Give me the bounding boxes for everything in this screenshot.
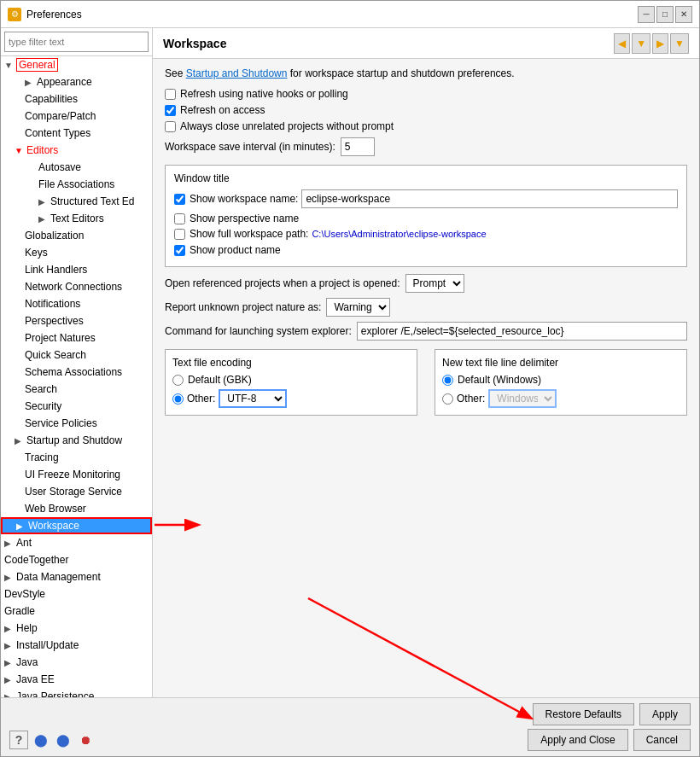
tree-item-ui-freeze[interactable]: UI Freeze Monitoring — [1, 466, 152, 483]
tree-item-data-management[interactable]: ▶ Data Management — [1, 568, 152, 585]
description-text: See Startup and Shutdown for workspace s… — [165, 67, 687, 79]
tree-item-structured-text[interactable]: ▶ Structured Text Ed — [1, 193, 152, 210]
tree-label-editors: Editors — [26, 144, 58, 156]
tree-item-text-editors[interactable]: ▶ Text Editors — [1, 210, 152, 227]
tree-item-editors[interactable]: ▼ Editors — [1, 142, 152, 159]
tree-item-codetogether[interactable]: CodeTogether — [1, 551, 152, 568]
encoding-other-select[interactable]: UTF-8 UTF-16 ISO-8859-1 GBK — [219, 389, 287, 408]
report-unknown-row: Report unknown project nature as: Warnin… — [165, 298, 687, 317]
tree-item-link-handlers[interactable]: Link Handlers — [1, 261, 152, 278]
tree-item-search[interactable]: Search — [1, 381, 152, 398]
tree-item-autosave[interactable]: Autosave — [1, 159, 152, 176]
tree-label-tracing: Tracing — [25, 451, 59, 463]
tree-item-notifications[interactable]: Notifications — [1, 295, 152, 312]
tree-item-install-update[interactable]: ▶ Install/Update — [1, 637, 152, 654]
command-input[interactable] — [357, 322, 687, 341]
tree-label-startup-shutdown: Startup and Shutdow — [26, 434, 122, 446]
tree-item-devstyle[interactable]: DevStyle — [1, 585, 152, 603]
apply-and-close-button[interactable]: Apply and Close — [528, 729, 627, 751]
show-workspace-name-checkbox[interactable] — [174, 194, 185, 205]
tree-label-link-handlers: Link Handlers — [25, 264, 87, 276]
tree-item-help[interactable]: ▶ Help — [1, 620, 152, 637]
tree-item-project-natures[interactable]: Project Natures — [1, 329, 152, 346]
show-product-checkbox[interactable] — [174, 245, 185, 256]
encoding-default-radio[interactable] — [172, 375, 184, 386]
tree-item-appearance[interactable]: ▶ Appearance — [1, 73, 152, 90]
tree-item-file-associations[interactable]: File Associations — [1, 176, 152, 193]
open-referenced-select[interactable]: Prompt Always Never — [405, 274, 464, 293]
tree-item-java-ee[interactable]: ▶ Java EE — [1, 671, 152, 688]
refresh-native-checkbox[interactable] — [165, 89, 176, 100]
tree-label-schema-associations: Schema Associations — [25, 366, 122, 378]
right-body: See Startup and Shutdown for workspace s… — [153, 59, 699, 697]
preferences-window: ⚙ Preferences ─ □ ✕ ▼ General ▶ Appearan… — [0, 0, 700, 757]
always-close-checkbox[interactable] — [165, 121, 176, 132]
report-unknown-select[interactable]: Warning Error Ignore — [326, 298, 390, 317]
refresh-access-checkbox[interactable] — [165, 105, 176, 116]
expand-arrow-startup: ▶ — [15, 436, 25, 445]
delimiter-default-radio[interactable] — [442, 375, 453, 386]
encoding-default-row: Default (GBK) — [172, 374, 410, 386]
tree-item-java[interactable]: ▶ Java — [1, 654, 152, 671]
tree-label-structured-text: Structured Text Ed — [50, 195, 135, 207]
tree-item-ant[interactable]: ▶ Ant — [1, 534, 152, 551]
tree-item-user-storage[interactable]: User Storage Service — [1, 483, 152, 500]
tree-item-perspectives[interactable]: Perspectives — [1, 312, 152, 329]
minimize-button[interactable]: ─ — [638, 6, 655, 23]
back-dropdown-button[interactable]: ▼ — [632, 33, 650, 54]
tree-item-security[interactable]: Security — [1, 398, 152, 415]
workspace-name-input[interactable] — [301, 189, 678, 208]
tree-item-tracing[interactable]: Tracing — [1, 449, 152, 466]
always-close-label: Always close unrelated projects without … — [180, 120, 394, 132]
startup-shutdown-link[interactable]: Startup and Shutdown — [186, 67, 288, 79]
right-panel: Workspace ◀ ▼ ▶ ▼ See Startup and Shutdo… — [153, 28, 699, 697]
tree-item-schema-associations[interactable]: Schema Associations — [1, 364, 152, 381]
show-perspective-checkbox[interactable] — [174, 213, 185, 224]
forward-dropdown-button[interactable]: ▼ — [670, 33, 689, 54]
delimiter-other-radio[interactable] — [442, 393, 453, 405]
show-perspective-label: Show perspective name — [190, 213, 299, 224]
back-button[interactable]: ◀ — [614, 33, 630, 54]
tree-item-general[interactable]: ▼ General — [1, 56, 152, 73]
import-button[interactable]: ⬤ — [32, 731, 50, 749]
cancel-button[interactable]: Cancel — [633, 729, 691, 751]
save-interval-input[interactable] — [341, 137, 375, 156]
tree-item-startup-shutdown[interactable]: ▶ Startup and Shutdow — [1, 432, 152, 449]
close-button[interactable]: ✕ — [675, 6, 692, 23]
delimiter-other-select[interactable]: Windows Unix Mac — [488, 389, 557, 408]
tree-label-perspectives: Perspectives — [25, 315, 84, 327]
tree-item-globalization[interactable]: Globalization — [1, 227, 152, 244]
refresh-native-label: Refresh using native hooks or polling — [180, 88, 348, 100]
filter-input[interactable] — [4, 32, 149, 52]
maximize-button[interactable]: □ — [656, 6, 674, 23]
tree-item-keys[interactable]: Keys — [1, 244, 152, 261]
tree-label-java: Java — [16, 656, 38, 668]
tree-item-compare-patch[interactable]: Compare/Patch — [1, 108, 152, 125]
refresh-access-row: Refresh on access — [165, 104, 687, 116]
save-interval-label: Workspace save interval (in minutes): — [165, 141, 335, 153]
tree-item-web-browser[interactable]: Web Browser — [1, 500, 152, 517]
tree-item-workspace[interactable]: ▶ Workspace — [1, 517, 152, 534]
restore-defaults-button[interactable]: Restore Defaults — [533, 703, 634, 725]
apply-button[interactable]: Apply — [639, 703, 691, 725]
tree-label-workspace: Workspace — [28, 520, 79, 532]
tree-item-network-connections[interactable]: Network Connections — [1, 278, 152, 295]
tree-item-service-policies[interactable]: Service Policies — [1, 415, 152, 432]
tree-item-quick-search[interactable]: Quick Search — [1, 346, 152, 364]
left-panel: ▼ General ▶ Appearance Capabilities Comp… — [1, 28, 153, 697]
tree-item-capabilities[interactable]: Capabilities — [1, 90, 152, 108]
tree-item-gradle[interactable]: Gradle — [1, 603, 152, 620]
tree-label-notifications: Notifications — [25, 298, 80, 310]
tree-label-gradle: Gradle — [4, 605, 35, 617]
export-button[interactable]: ⬤ — [54, 731, 73, 749]
tree-item-java-persistence[interactable]: ▶ Java Persistence — [1, 688, 152, 697]
encoding-other-radio[interactable] — [172, 393, 184, 405]
open-referenced-row: Open referenced projects when a project … — [165, 274, 687, 293]
tree-item-content-types[interactable]: Content Types — [1, 125, 152, 142]
forward-button[interactable]: ▶ — [652, 33, 668, 54]
help-icon-button[interactable]: ? — [9, 731, 28, 749]
show-full-path-checkbox[interactable] — [174, 229, 185, 240]
record-button[interactable]: ⏺ — [76, 731, 95, 749]
expand-arrow-data-management: ▶ — [4, 573, 15, 582]
window-title-group-label: Window title — [174, 172, 678, 184]
